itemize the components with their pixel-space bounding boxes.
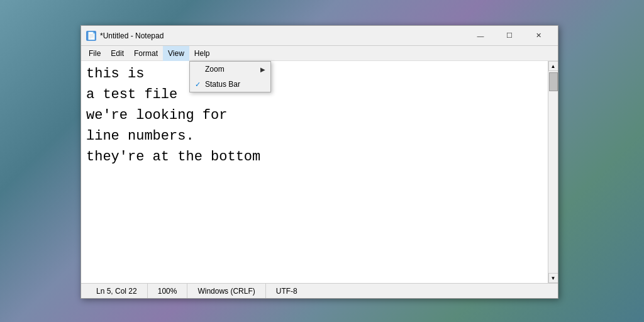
statusbar-label: Status Bar	[205, 80, 265, 89]
status-position: Ln 5, Col 22	[86, 284, 148, 298]
scrollbar-down-arrow[interactable]: ▼	[548, 273, 558, 283]
zoom-check	[195, 65, 205, 73]
statusbar-check: ✓	[195, 80, 205, 89]
notepad-icon	[86, 31, 96, 41]
zoom-submenu-arrow: ▶	[260, 66, 265, 73]
menu-view[interactable]: View	[163, 46, 189, 61]
maximize-button[interactable]: ☐	[495, 26, 524, 46]
status-line-ending: Windows (CRLF)	[187, 284, 265, 298]
menu-help[interactable]: Help	[189, 46, 215, 61]
vertical-scrollbar[interactable]: ▲ ▼	[548, 61, 558, 283]
close-button[interactable]: ✕	[524, 26, 553, 46]
notepad-window: *Untitled - Notepad — ☐ ✕ File Edit Form…	[80, 25, 558, 299]
menu-file[interactable]: File	[84, 46, 106, 61]
scrollbar-up-arrow[interactable]: ▲	[548, 61, 558, 71]
window-controls: — ☐ ✕	[466, 26, 553, 46]
window-title: *Untitled - Notepad	[100, 31, 466, 40]
title-bar: *Untitled - Notepad — ☐ ✕	[81, 26, 558, 46]
status-zoom: 100%	[148, 284, 188, 298]
menu-format[interactable]: Format	[129, 46, 163, 61]
editor-area: this is a test file we're looking for li…	[81, 61, 558, 283]
menu-statusbar-item[interactable]: ✓ Status Bar	[190, 77, 270, 92]
editor-content[interactable]: this is a test file we're looking for li…	[81, 61, 548, 283]
zoom-label: Zoom	[205, 65, 260, 74]
minimize-button[interactable]: —	[466, 26, 495, 46]
status-bar: Ln 5, Col 22 100% Windows (CRLF) UTF-8	[81, 283, 558, 298]
scrollbar-thumb[interactable]	[549, 72, 558, 91]
status-encoding: UTF-8	[266, 284, 308, 298]
view-dropdown-menu: Zoom ▶ ✓ Status Bar	[189, 61, 271, 92]
menu-edit[interactable]: Edit	[106, 46, 129, 61]
menu-zoom-item[interactable]: Zoom ▶	[190, 62, 270, 77]
menu-bar: File Edit Format View Help Zoom ▶ ✓ Stat…	[81, 46, 558, 61]
